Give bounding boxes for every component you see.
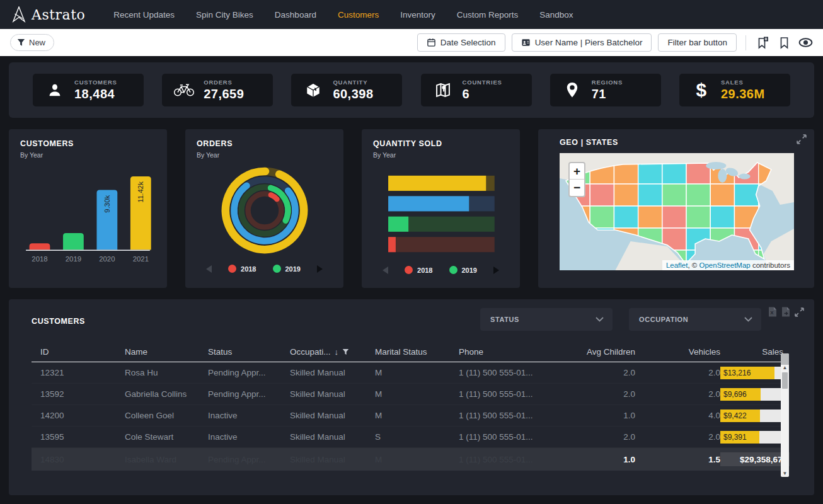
- filter-bar-button[interactable]: Filter bar button: [658, 33, 737, 52]
- nav-item-dashboard[interactable]: Dashboard: [264, 0, 327, 29]
- nav-item-spin-city-bikes[interactable]: Spin City Bikes: [185, 0, 264, 29]
- filter-dropdown-occupation[interactable]: OCCUPATION: [629, 308, 761, 331]
- column-header-marital-status[interactable]: Marital Status: [375, 347, 459, 357]
- column-header-phone[interactable]: Phone: [459, 347, 556, 357]
- table-row[interactable]: 13595Cole StewartInactiveSkilled ManualS…: [32, 427, 789, 448]
- scroll-down-icon[interactable]: ▼: [783, 471, 788, 477]
- zoom-in-button[interactable]: +: [570, 163, 584, 180]
- kpi-label: ORDERS: [204, 79, 244, 86]
- legend-item-2018[interactable]: 2018: [228, 265, 256, 273]
- quantity-hbar-chart[interactable]: [373, 173, 509, 256]
- excel-export-icon[interactable]: X: [768, 307, 777, 317]
- table-row[interactable]: 14200Colleen GoelInactiveSkilled ManualM…: [32, 405, 789, 427]
- cell-sales: $9,696: [720, 388, 783, 401]
- cell-id: 13595: [40, 432, 125, 442]
- cell-status: Inactive: [208, 432, 290, 442]
- svg-text:2021: 2021: [133, 255, 149, 263]
- cell-occupation: Skilled Manual: [290, 368, 375, 377]
- date-selection-button[interactable]: Date Selection: [417, 33, 505, 52]
- scrollbar-cap: [781, 353, 789, 365]
- customers-bar-chart[interactable]: 9.30k11.42k2018201920202021: [20, 159, 156, 271]
- column-header-vehicles[interactable]: Vehicles: [635, 347, 720, 357]
- cell-avg-children: 2.0: [556, 389, 635, 399]
- cell-avg-children: 2.0: [556, 368, 635, 377]
- kpi-card-quantity: QUANTITY60,398: [291, 74, 402, 106]
- legend-prev-icon[interactable]: [206, 265, 212, 273]
- cell-phone: 1 (11) 500 555-01...: [459, 411, 556, 420]
- map-icon: [432, 81, 454, 99]
- legend-item-2019[interactable]: 2019: [449, 266, 477, 274]
- table-filters: STATUS OCCUPATION: [480, 308, 761, 331]
- export-data-icon[interactable]: [781, 307, 790, 317]
- column-header-status[interactable]: Status: [208, 347, 290, 357]
- table-totals-row: 14830Isabella WardPending Appr...Skilled…: [32, 448, 789, 471]
- table-scrollbar[interactable]: ▲ ▼: [781, 353, 789, 477]
- nav-item-sandbox[interactable]: Sandbox: [529, 0, 584, 29]
- expand-icon[interactable]: [795, 307, 804, 317]
- column-funnel-icon[interactable]: [342, 348, 349, 355]
- quantity-sold-chart-card: QUANTITY SOLD By Year 20182019: [362, 129, 520, 288]
- table-row[interactable]: 12321Rosa HuPending Appr...Skilled Manua…: [32, 362, 789, 384]
- us-states-map[interactable]: [560, 153, 794, 270]
- legend-item-2018[interactable]: 2018: [405, 266, 432, 274]
- leaflet-link[interactable]: Leaflet: [666, 261, 688, 269]
- orders-donut-chart[interactable]: [197, 160, 332, 261]
- new-filter-button[interactable]: New: [10, 34, 54, 51]
- scroll-up-icon[interactable]: ▲: [783, 365, 788, 371]
- chart-subtitle: By Year: [197, 151, 332, 159]
- eye-icon[interactable]: [798, 35, 813, 50]
- legend-item-2019[interactable]: 2019: [273, 265, 301, 273]
- kpi-label: QUANTITY: [333, 79, 373, 86]
- nav-item-custom-reports[interactable]: Custom Reports: [446, 0, 529, 29]
- sales-bar: $9,391: [720, 431, 783, 444]
- brand[interactable]: Astrato: [11, 6, 85, 23]
- customers-table-card: CUSTOMERS STATUS OCCUPATION X: [9, 299, 814, 495]
- date-selection-label: Date Selection: [440, 38, 496, 47]
- column-label: Occupati...: [290, 347, 331, 357]
- column-label: ID: [40, 347, 49, 357]
- toolbar-right: Date Selection User Name | Piers Batchel…: [417, 33, 813, 52]
- nav-items: Recent UpdatesSpin City BikesDashboardCu…: [103, 0, 584, 29]
- expand-icon[interactable]: [797, 134, 807, 144]
- faded-cell: 14830: [40, 455, 125, 464]
- nav-item-customers[interactable]: Customers: [327, 0, 389, 29]
- column-header-name[interactable]: Name: [125, 347, 208, 357]
- svg-text:2018: 2018: [32, 255, 47, 263]
- leaflet-map[interactable]: + − Leaflet, © OpenStreetMap contributor…: [560, 153, 794, 270]
- kpi-value: 29.36M: [721, 87, 765, 101]
- legend-next-icon[interactable]: [317, 265, 323, 273]
- sales-value: $9,696: [723, 388, 747, 401]
- cell-status: Pending Appr...: [208, 368, 290, 377]
- cell-status: Pending Appr...: [208, 389, 290, 399]
- column-header-sales[interactable]: Sales: [720, 347, 783, 357]
- user-name-button[interactable]: User Name | Piers Batchelor: [512, 33, 652, 52]
- legend-label: 2018: [417, 266, 432, 274]
- kpi-text: ORDERS27,659: [204, 79, 244, 101]
- nav-item-recent-updates[interactable]: Recent Updates: [103, 0, 185, 29]
- zoom-out-button[interactable]: −: [570, 180, 584, 196]
- table-body: 12321Rosa HuPending Appr...Skilled Manua…: [32, 362, 789, 471]
- filter-dropdown-status[interactable]: STATUS: [480, 308, 613, 331]
- column-header-occupati[interactable]: Occupati...↓: [290, 347, 375, 357]
- bookmark-icon[interactable]: [776, 35, 791, 50]
- dollar-icon: $: [691, 79, 712, 101]
- bookmark-add-icon[interactable]: [755, 35, 770, 50]
- osm-link[interactable]: OpenStreetMap: [699, 261, 751, 269]
- sales-bar: $9,422: [720, 410, 783, 422]
- scrollbar-thumb[interactable]: [782, 372, 788, 389]
- legend-prev-icon[interactable]: [383, 266, 388, 274]
- legend-dot: [273, 265, 281, 273]
- kpi-text: COUNTRIES6: [463, 79, 502, 101]
- kpi-card-countries: COUNTRIES6: [421, 74, 532, 106]
- kpi-card-sales: $SALES29.36M: [679, 74, 790, 106]
- nav-item-inventory[interactable]: Inventory: [389, 0, 446, 29]
- legend-next-icon[interactable]: [493, 266, 499, 274]
- column-header-avg-children[interactable]: Avg Children: [556, 347, 635, 357]
- chart-title: CUSTOMERS: [20, 139, 156, 148]
- cell-phone: 1 (11) 500 555-01...: [459, 389, 556, 399]
- table-row[interactable]: 13592Gabriella CollinsPending Appr...Ski…: [32, 384, 789, 405]
- column-header-id[interactable]: ID: [40, 347, 125, 357]
- legend-label: 2019: [285, 265, 301, 273]
- charts-row: CUSTOMERS By Year 9.30k11.42k20182019202…: [9, 129, 814, 288]
- sort-desc-icon[interactable]: ↓: [335, 347, 339, 357]
